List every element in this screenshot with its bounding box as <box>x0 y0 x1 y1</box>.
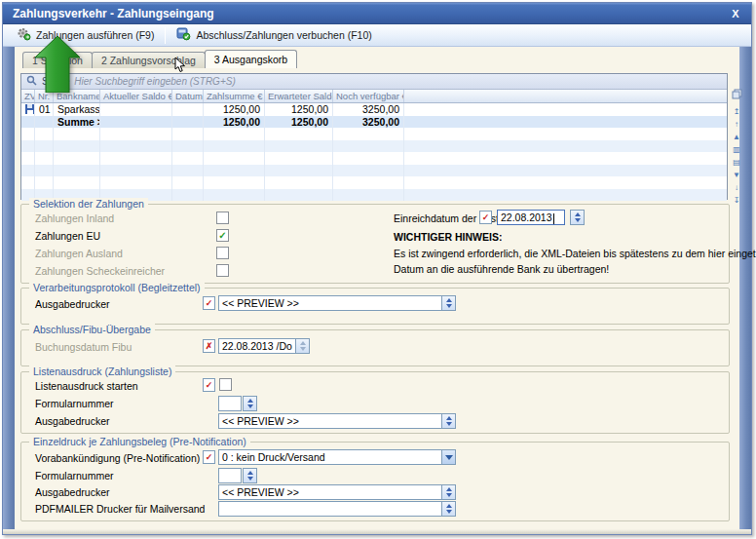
mouse-cursor-icon <box>174 57 186 77</box>
col-header-noch-verfuegbar[interactable]: Noch verfügbar € <box>333 90 404 102</box>
ausgabedrucker-label: Ausgabedrucker <box>35 486 109 498</box>
mandatory-check-icon[interactable]: ✓ <box>479 211 492 224</box>
formularnummer-field[interactable] <box>218 396 242 411</box>
toolbar-separator <box>165 27 166 44</box>
nav-rows-icon[interactable]: ▤ <box>733 156 740 169</box>
nav-first-icon[interactable]: ↥ <box>734 105 740 118</box>
group-selektion-title: Selektion der Zahlungen <box>29 198 148 210</box>
post-payments-label: Abschluss/Zahlungen verbuchen (F10) <box>196 29 371 41</box>
ausgabedrucker-select[interactable]: << PREVIEW >> <box>218 295 442 311</box>
group-verarbeitungsprotokoll: Verarbeitungsprotokoll (Begleitzettel) A… <box>20 288 730 325</box>
book-check-icon <box>176 27 191 43</box>
column-chooser-icon[interactable] <box>732 89 742 101</box>
ausgabedrucker-select[interactable]: << PREVIEW >> <box>218 484 442 500</box>
nav-prev-icon[interactable]: ▲ <box>733 131 740 143</box>
ausgabedrucker-spinner[interactable] <box>441 413 456 429</box>
hinweis-line2: Datum an die ausführende Bank zu übertra… <box>394 263 609 275</box>
search-placeholder: Hier Suchbegriff eingeben (STRG+S) <box>74 76 235 87</box>
hinweis-title: WICHTIGER HINWEIS: <box>394 231 502 243</box>
empty-row <box>21 165 727 177</box>
ausgabedrucker-spinner[interactable] <box>441 484 456 500</box>
ausgabedrucker-label: Ausgabedrucker <box>35 298 109 310</box>
sum-label: Summe > <box>54 116 100 129</box>
formularnummer-label: Formularnummer <box>35 398 114 409</box>
vorabankuendigung-dropdown-button[interactable] <box>441 449 456 465</box>
tab-ausgangskorb[interactable]: 3 Ausgangskorb <box>205 50 297 68</box>
mandatory-cross-icon[interactable]: ✗ <box>203 339 215 353</box>
col-header-zahlsumme[interactable]: Zahlsumme € <box>204 90 265 102</box>
group-selektion: Selektion der Zahlungen Zahlungen Inland… <box>20 204 730 284</box>
col-header-aktueller-saldo[interactable]: Aktueller Saldo € <box>100 90 172 102</box>
checkbox-zahlungen-inland[interactable] <box>216 212 229 224</box>
vorabankuendigung-select[interactable]: 0 : kein Druck/Versand <box>218 449 442 465</box>
close-icon[interactable]: X <box>728 3 743 24</box>
nav-last-icon[interactable]: ↧ <box>734 194 740 207</box>
grid-search-bar[interactable]: Suche Hier Suchbegriff eingeben (STRG+S) <box>21 74 727 90</box>
text-caret <box>553 213 554 224</box>
execute-payments-button[interactable]: Zahlungen ausführen (F9) <box>9 26 162 45</box>
sum-noch-verfuegbar: 3250,00 <box>333 116 404 129</box>
checkbox-zahlungen-eu[interactable]: ✓ <box>216 229 229 242</box>
zv-cell <box>21 103 35 116</box>
datum-cell <box>172 103 204 116</box>
checkbox-zahlungen-ausland[interactable] <box>216 247 229 259</box>
col-header-zv[interactable]: ZV <box>21 90 35 102</box>
nav-up-icon[interactable]: ↑ <box>735 118 738 131</box>
ausgabedrucker-spinner[interactable] <box>441 295 456 311</box>
window-frame: Zahlungsverkehr - Zahlungseingang X Zahl… <box>2 2 752 535</box>
bankname-cell: Sparkasse <box>54 103 100 116</box>
group-verarbeitungsprotokoll-title: Verarbeitungsprotokoll (Begleitzettel) <box>29 282 205 293</box>
window-title: Zahlungsverkehr - Zahlungseingang <box>13 7 214 20</box>
checkbox-label-scheckeinreicher: Zahlungen Scheckeinreicher <box>35 265 165 277</box>
group-abschluss-fibu-title: Abschluss/Fibu-Übergabe <box>29 324 155 335</box>
einreichdatum-field[interactable]: 22.08.2013 <box>497 210 565 225</box>
listenausdruck-starten-checkbox[interactable] <box>219 378 232 391</box>
formularnummer-field[interactable] <box>218 468 242 483</box>
client-area: 1 Selektion 2 Zahlungsvorschlag 3 Ausgan… <box>3 47 751 534</box>
tab-zahlungsvorschlag[interactable]: 2 Zahlungsvorschlag <box>92 52 206 68</box>
erwarteter-saldo-cell: 1250,00 <box>265 103 333 116</box>
nr-cell: 01 <box>35 103 54 116</box>
empty-row <box>21 128 727 140</box>
noch-verfuegbar-cell: 3250,00 <box>333 103 404 116</box>
buchungsdatum-label: Buchungsdatum Fibu <box>35 341 132 353</box>
col-header-datum[interactable]: Datum <box>172 90 204 102</box>
pdfmailer-field[interactable] <box>218 501 442 517</box>
empty-row <box>21 152 727 165</box>
sum-erwarteter-saldo: 1250,00 <box>265 116 333 129</box>
pdfmailer-label: PDFMAILER Drucker für Mailversand <box>35 503 205 515</box>
checkbox-zahlungen-scheckeinreicher[interactable] <box>216 264 229 277</box>
ausgabedrucker-select[interactable]: << PREVIEW >> <box>218 413 442 429</box>
nav-next-icon[interactable]: ▼ <box>733 169 740 181</box>
left-frame-strip <box>3 47 15 529</box>
application-window: Zahlungsverkehr - Zahlungseingang X Zahl… <box>0 0 756 539</box>
empty-row <box>21 176 727 189</box>
einreichdatum-spinner[interactable] <box>570 210 585 225</box>
mandatory-check-icon[interactable]: ✓ <box>203 296 215 310</box>
grid-header-row[interactable]: ZV Nr. Bankname Aktueller Saldo € Datum … <box>21 90 727 103</box>
checkbox-label-ausland: Zahlungen Ausland <box>35 248 123 259</box>
formularnummer-spinner[interactable] <box>243 396 257 411</box>
group-listenausdruck-title: Listenausdruck (Zahlungsliste) <box>29 366 175 377</box>
mandatory-check-icon[interactable]: ✓ <box>203 378 215 392</box>
gear-run-icon <box>17 27 31 43</box>
pdfmailer-spinner[interactable] <box>441 501 456 517</box>
group-listenausdruck: Listenausdruck (Zahlungsliste) Listenaus… <box>20 371 730 434</box>
sum-zahlsumme: 1250,00 <box>204 116 265 129</box>
nav-down-icon[interactable]: ↓ <box>735 181 738 194</box>
table-row[interactable]: 01 Sparkasse 1250,00 1250,00 3250,00 <box>21 103 727 116</box>
buchungsdatum-field[interactable]: 22.08.2013 /Do <box>218 338 296 354</box>
grid-nav-strip: ↥ ↑ ▲ ▥ ▤ ▼ ↓ ↧ <box>730 89 743 204</box>
formularnummer-spinner[interactable] <box>243 468 257 483</box>
col-header-erwarteter-saldo[interactable]: Erwarteter Saldo € <box>265 90 333 102</box>
bottom-frame-edge <box>3 529 751 534</box>
empty-row <box>21 140 727 153</box>
bank-grid: Suche Hier Suchbegriff eingeben (STRG+S)… <box>20 73 728 200</box>
sum-row: Summe > 1250,00 1250,00 3250,00 <box>21 116 727 129</box>
buchungsdatum-spinner[interactable] <box>295 338 310 354</box>
vorabankuendigung-label: Vorabankündigung (Pre-Notification) <box>35 452 200 464</box>
group-einzeldruck-title: Einzeldruck je Zahlungsbeleg (Pre-Notifi… <box>29 436 250 447</box>
nav-position-icon[interactable]: ▥ <box>733 143 740 156</box>
mandatory-check-icon[interactable]: ✓ <box>203 450 215 464</box>
post-payments-button[interactable]: Abschluss/Zahlungen verbuchen (F10) <box>169 26 379 45</box>
